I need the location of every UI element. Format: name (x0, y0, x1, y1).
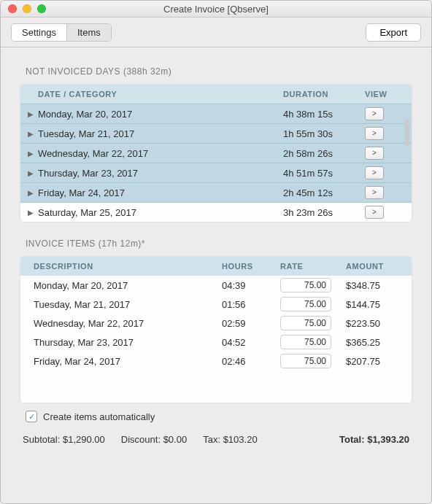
tab-settings[interactable]: Settings (12, 24, 66, 41)
view-button[interactable]: > (365, 147, 384, 160)
item-amount: $207.75 (346, 356, 412, 367)
day-duration: 1h 55m 30s (283, 128, 365, 139)
day-date: Monday, Mar 20, 2017 (38, 109, 283, 120)
close-icon[interactable] (8, 4, 17, 13)
day-row[interactable]: ▶Thursday, Mar 23, 20174h 51m 57s> (20, 163, 412, 183)
day-row[interactable]: ▶Tuesday, Mar 21, 20171h 55m 30s> (20, 124, 412, 144)
view-button[interactable]: > (365, 186, 384, 199)
invoice-item-row: Thursday, Mar 23, 201704:52$365.25 (20, 333, 412, 352)
items-header-amount: AMOUNT (346, 262, 412, 271)
day-date: Saturday, Mar 25, 2017 (38, 207, 283, 218)
total-label: Total: (339, 434, 364, 445)
day-row[interactable]: ▶Friday, Mar 24, 20172h 45m 12s> (20, 183, 412, 203)
item-hours: 04:52 (222, 337, 280, 348)
tax-label: Tax: (203, 434, 220, 445)
day-row[interactable]: ▶Saturday, Mar 25, 20173h 23m 26s> (20, 203, 412, 222)
item-description: Friday, Mar 24, 2017 (20, 356, 222, 367)
subtotal-label: Subtotal: (23, 434, 60, 445)
discount-value: $0.00 (163, 434, 188, 445)
disclosure-triangle-icon[interactable]: ▶ (20, 110, 38, 118)
item-hours: 02:59 (222, 318, 280, 329)
invoice-item-row: Tuesday, Mar 21, 201701:56$144.75 (20, 295, 412, 314)
item-hours: 04:39 (222, 280, 280, 291)
invoice-items-label: INVOICE ITEMS (17h 12m)* (26, 239, 412, 249)
day-duration: 4h 51m 57s (283, 168, 365, 179)
days-header-duration: DURATION (283, 90, 365, 98)
totals-row: Subtotal: $1,290.00 Discount: $0.00 Tax:… (20, 434, 412, 445)
items-header-desc: DESCRIPTION (20, 262, 222, 271)
day-row[interactable]: ▶Monday, Mar 20, 20174h 38m 15s> (20, 104, 412, 124)
subtotal: Subtotal: $1,290.00 (23, 434, 105, 445)
view-button[interactable]: > (365, 107, 384, 120)
item-amount: $144.75 (346, 299, 412, 310)
not-invoiced-panel: DATE / CATEGORY DURATION VIEW ▶Monday, M… (20, 84, 412, 222)
invoice-item-row: Friday, Mar 24, 201702:46$207.75 (20, 352, 412, 371)
items-header-hours: HOURS (222, 262, 280, 271)
items-header-rate: RATE (280, 262, 346, 271)
day-duration: 2h 45m 12s (283, 187, 365, 198)
day-date: Friday, Mar 24, 2017 (38, 187, 283, 198)
subtotal-value: $1,290.00 (63, 434, 105, 445)
zoom-icon[interactable] (37, 4, 46, 13)
disclosure-triangle-icon[interactable]: ▶ (20, 130, 38, 138)
auto-create-checkbox[interactable]: ✓ (26, 411, 37, 422)
item-rate-input[interactable] (280, 278, 331, 292)
item-rate-input[interactable] (280, 297, 331, 311)
item-rate-input[interactable] (280, 316, 331, 330)
item-description: Thursday, Mar 23, 2017 (20, 337, 222, 348)
view-button[interactable]: > (365, 127, 384, 140)
tab-items[interactable]: Items (66, 24, 111, 41)
item-amount: $365.25 (346, 337, 412, 348)
days-header-view: VIEW (365, 90, 412, 98)
items-header: DESCRIPTION HOURS RATE AMOUNT (20, 257, 412, 276)
days-rows: ▶Monday, Mar 20, 20174h 38m 15s>▶Tuesday… (20, 104, 412, 222)
grand-total: Total: $1,393.20 (339, 434, 409, 445)
item-amount: $348.75 (346, 280, 412, 291)
window-controls (8, 4, 46, 13)
tax-value: $103.20 (223, 434, 258, 445)
toolbar: Settings Items Export (1, 18, 431, 47)
tab-segment: Settings Items (11, 23, 112, 42)
scrollbar-thumb[interactable] (405, 120, 409, 146)
day-duration: 2h 58m 26s (283, 148, 365, 159)
day-duration: 3h 23m 26s (283, 207, 365, 218)
item-amount: $223.50 (346, 318, 412, 329)
days-header-date: DATE / CATEGORY (20, 90, 283, 98)
tax: Tax: $103.20 (203, 434, 257, 445)
day-duration: 4h 38m 15s (283, 109, 365, 120)
days-header: DATE / CATEGORY DURATION VIEW (20, 85, 412, 104)
disclosure-triangle-icon[interactable]: ▶ (20, 209, 38, 217)
day-date: Thursday, Mar 23, 2017 (38, 168, 283, 179)
item-hours: 01:56 (222, 299, 280, 310)
total-value: $1,393.20 (367, 434, 409, 445)
disclosure-triangle-icon[interactable]: ▶ (20, 150, 38, 158)
invoice-item-row: Wednesday, Mar 22, 201702:59$223.50 (20, 314, 412, 333)
not-invoiced-label: NOT INVOICED DAYS (388h 32m) (26, 66, 412, 77)
item-rate-input[interactable] (280, 354, 331, 368)
disclosure-triangle-icon[interactable]: ▶ (20, 169, 38, 177)
auto-create-row: ✓ Create items automatically (26, 411, 412, 422)
title-bar: Create Invoice [Qbserve] (1, 1, 431, 18)
view-button[interactable]: > (365, 166, 384, 179)
minimize-icon[interactable] (23, 4, 31, 13)
view-button[interactable]: > (365, 206, 384, 219)
invoice-items-panel: DESCRIPTION HOURS RATE AMOUNT Monday, Ma… (20, 256, 412, 403)
day-date: Wednesday, Mar 22, 2017 (38, 148, 283, 159)
day-date: Tuesday, Mar 21, 2017 (38, 128, 283, 139)
item-description: Monday, Mar 20, 2017 (20, 280, 222, 291)
disclosure-triangle-icon[interactable]: ▶ (20, 189, 38, 197)
item-description: Wednesday, Mar 22, 2017 (20, 318, 222, 329)
window-title: Create Invoice [Qbserve] (163, 4, 269, 15)
discount-label: Discount: (121, 434, 161, 445)
items-rows: Monday, Mar 20, 201704:39$348.75Tuesday,… (20, 276, 412, 371)
discount: Discount: $0.00 (121, 434, 187, 445)
auto-create-label: Create items automatically (43, 411, 155, 422)
day-row[interactable]: ▶Wednesday, Mar 22, 20172h 58m 26s> (20, 144, 412, 163)
item-description: Tuesday, Mar 21, 2017 (20, 299, 222, 310)
item-rate-input[interactable] (280, 335, 331, 349)
item-hours: 02:46 (222, 356, 280, 367)
invoice-item-row: Monday, Mar 20, 201704:39$348.75 (20, 276, 412, 295)
export-button[interactable]: Export (366, 23, 421, 42)
